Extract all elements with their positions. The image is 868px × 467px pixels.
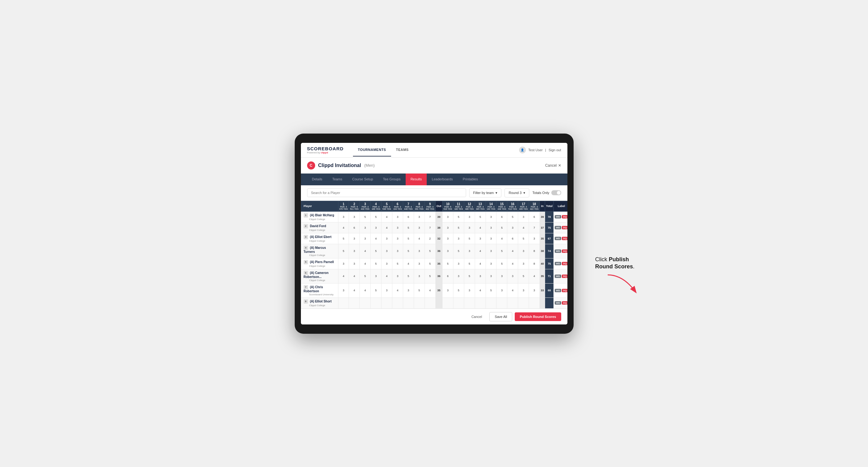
hole-8-score[interactable]: 4: [414, 233, 425, 244]
hole-4-score[interactable]: 3: [371, 269, 381, 283]
hole-13-score[interactable]: [475, 298, 486, 308]
hole-3-score[interactable]: 4: [360, 258, 371, 269]
hole-4-score[interactable]: 5: [371, 258, 381, 269]
hole-7-score[interactable]: 3: [403, 283, 414, 298]
hole-17-score[interactable]: [518, 298, 529, 308]
hole-18-score[interactable]: 7: [529, 222, 540, 233]
hole-8-score[interactable]: 3: [414, 258, 425, 269]
hole-13-score[interactable]: 4: [475, 258, 486, 269]
dq-badge[interactable]: DQ: [562, 301, 567, 305]
hole-5-score[interactable]: 4: [381, 211, 392, 222]
hole-8-score[interactable]: 3: [414, 211, 425, 222]
hole-11-score[interactable]: [453, 298, 464, 308]
hole-4-score[interactable]: 5: [371, 211, 381, 222]
hole-3-score[interactable]: 3: [360, 222, 371, 233]
hole-13-score[interactable]: 4: [475, 244, 486, 258]
hole-10-score[interactable]: [442, 298, 453, 308]
hole-3-score[interactable]: 5: [360, 211, 371, 222]
hole-15-score[interactable]: 3: [496, 269, 507, 283]
hole-2-score[interactable]: 3: [349, 211, 360, 222]
hole-5-score[interactable]: 3: [381, 283, 392, 298]
hole-1-score[interactable]: 3: [338, 211, 349, 222]
hole-12-score[interactable]: 5: [464, 233, 475, 244]
hole-8-score[interactable]: 3: [414, 269, 425, 283]
hole-16-score[interactable]: 4: [507, 244, 518, 258]
footer-cancel-button[interactable]: Cancel: [466, 312, 487, 321]
hole-2-score[interactable]: 3: [349, 258, 360, 269]
hole-14-score[interactable]: [486, 298, 496, 308]
hole-11-score[interactable]: 3: [453, 258, 464, 269]
hole-8-score[interactable]: 5: [414, 283, 425, 298]
dq-badge[interactable]: DQ: [562, 249, 567, 253]
sign-out-link[interactable]: Sign out: [549, 148, 561, 152]
sub-nav-tee-groups[interactable]: Tee Groups: [378, 174, 406, 185]
hole-5-score[interactable]: 4: [381, 222, 392, 233]
hole-14-score[interactable]: 5: [486, 283, 496, 298]
hole-17-score[interactable]: 3: [518, 244, 529, 258]
hole-17-score[interactable]: 5: [518, 269, 529, 283]
hole-2-score[interactable]: 6: [349, 222, 360, 233]
hole-8-score[interactable]: [414, 298, 425, 308]
wd-badge[interactable]: WD: [555, 215, 561, 218]
hole-5-score[interactable]: 4: [381, 269, 392, 283]
hole-15-score[interactable]: 5: [496, 222, 507, 233]
hole-15-score[interactable]: 6: [496, 211, 507, 222]
hole-7-score[interactable]: 6: [403, 211, 414, 222]
dq-badge[interactable]: DQ: [562, 226, 567, 229]
hole-1-score[interactable]: 5: [338, 233, 349, 244]
hole-15-score[interactable]: 5: [496, 244, 507, 258]
hole-13-score[interactable]: 5: [475, 211, 486, 222]
hole-12-score[interactable]: 3: [464, 283, 475, 298]
hole-3-score[interactable]: 4: [360, 244, 371, 258]
hole-3-score[interactable]: 5: [360, 269, 371, 283]
hole-6-score[interactable]: 3: [392, 244, 403, 258]
wd-badge[interactable]: WD: [555, 262, 561, 265]
hole-11-score[interactable]: 5: [453, 211, 464, 222]
hole-1-score[interactable]: 4: [338, 222, 349, 233]
wd-badge[interactable]: WD: [555, 249, 561, 253]
hole-14-score[interactable]: 3: [486, 222, 496, 233]
cancel-tournament-button[interactable]: Cancel ✕: [545, 163, 561, 168]
hole-2-score[interactable]: 3: [349, 244, 360, 258]
wd-badge[interactable]: WD: [555, 226, 561, 229]
dq-badge[interactable]: DQ: [562, 215, 567, 218]
hole-1-score[interactable]: 5: [338, 244, 349, 258]
hole-2-score[interactable]: 4: [349, 269, 360, 283]
hole-8-score[interactable]: 3: [414, 244, 425, 258]
hole-4-score[interactable]: [371, 298, 381, 308]
hole-14-score[interactable]: 3: [486, 244, 496, 258]
hole-16-score[interactable]: [507, 298, 518, 308]
hole-2-score[interactable]: 4: [349, 283, 360, 298]
dq-badge[interactable]: DQ: [562, 237, 567, 240]
hole-13-score[interactable]: 3: [475, 233, 486, 244]
hole-5-score[interactable]: 3: [381, 233, 392, 244]
hole-15-score[interactable]: 5: [496, 258, 507, 269]
hole-8-score[interactable]: 3: [414, 222, 425, 233]
hole-18-score[interactable]: 4: [529, 269, 540, 283]
hole-11-score[interactable]: 5: [453, 283, 464, 298]
hole-1-score[interactable]: 3: [338, 283, 349, 298]
hole-6-score[interactable]: [392, 298, 403, 308]
hole-7-score[interactable]: 5: [403, 222, 414, 233]
hole-6-score[interactable]: 3: [392, 211, 403, 222]
hole-16-score[interactable]: 4: [507, 283, 518, 298]
hole-4-score[interactable]: 5: [371, 244, 381, 258]
filter-team-dropdown[interactable]: Filter by team ▾: [469, 188, 502, 197]
search-input[interactable]: [307, 188, 466, 197]
sub-nav-teams[interactable]: Teams: [327, 174, 347, 185]
totals-toggle-switch[interactable]: [551, 190, 561, 195]
hole-17-score[interactable]: 3: [518, 258, 529, 269]
nav-tournaments[interactable]: TOURNAMENTS: [353, 144, 391, 156]
hole-18-score[interactable]: [529, 298, 540, 308]
hole-1-score[interactable]: 4: [338, 269, 349, 283]
hole-11-score[interactable]: 3: [453, 233, 464, 244]
hole-9-score[interactable]: 5: [425, 269, 435, 283]
hole-9-score[interactable]: 4: [425, 283, 435, 298]
hole-10-score[interactable]: 3: [442, 211, 453, 222]
hole-10-score[interactable]: 3: [442, 244, 453, 258]
hole-9-score[interactable]: 5: [425, 258, 435, 269]
hole-7-score[interactable]: 5: [403, 244, 414, 258]
hole-14-score[interactable]: 3: [486, 269, 496, 283]
hole-13-score[interactable]: 3: [475, 269, 486, 283]
hole-1-score[interactable]: 3: [338, 258, 349, 269]
